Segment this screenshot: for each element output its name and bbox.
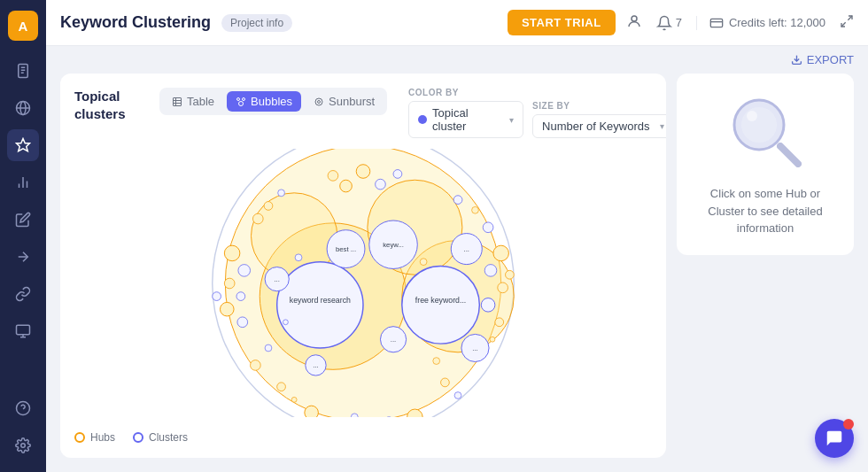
color-by-select[interactable]: Topical cluster ▾	[408, 101, 523, 138]
svg-point-102	[747, 111, 757, 121]
notification-bell[interactable]: 7	[656, 15, 682, 31]
sidebar-icon-edit[interactable]	[7, 204, 39, 236]
svg-text:keyw...: keyw...	[383, 241, 404, 249]
svg-point-63	[238, 264, 251, 276]
svg-point-83	[472, 206, 479, 213]
svg-point-69	[484, 264, 497, 276]
legend-hubs[interactable]: Hubs	[74, 431, 115, 444]
color-dot	[418, 115, 427, 124]
user-icon[interactable]	[626, 13, 642, 32]
svg-point-92	[506, 270, 515, 279]
content-area: EXPORT Topical clusters Table	[46, 46, 868, 472]
hubs-dot	[74, 432, 85, 443]
tab-table[interactable]: Table	[163, 91, 223, 112]
chat-badge	[843, 419, 854, 429]
panel-area: Topical clusters Table Bubbles	[46, 74, 868, 472]
svg-text:best ...: best ...	[336, 245, 356, 253]
sidebar-icon-wand[interactable]	[7, 241, 39, 273]
svg-point-71	[481, 298, 495, 312]
color-by-label: COLOR BY	[408, 88, 523, 97]
size-by-select[interactable]: Number of Keywords ▾	[532, 114, 666, 138]
main-area: Keyword Clustering Project info START TR…	[46, 0, 868, 472]
expand-icon[interactable]	[840, 14, 854, 32]
svg-line-21	[848, 16, 852, 20]
tab-bubbles[interactable]: Bubbles	[227, 91, 301, 112]
size-by-control: SIZE BY Number of Keywords ▾	[532, 101, 666, 138]
page-title: Keyword Clustering	[60, 13, 211, 32]
bubble-chart[interactable]: keyword research free keyword... keyw...…	[74, 149, 652, 417]
svg-point-85	[441, 378, 450, 387]
svg-point-18	[632, 16, 637, 21]
sidebar-icon-settings[interactable]	[7, 429, 39, 461]
clusters-dot	[133, 432, 143, 443]
svg-point-32	[315, 98, 322, 105]
svg-point-29	[243, 97, 245, 100]
svg-text:...: ...	[391, 336, 396, 344]
svg-text:...: ...	[464, 245, 469, 253]
svg-point-84	[483, 221, 493, 232]
bubble-svg: keyword research free keyword... keyw...…	[177, 149, 549, 417]
svg-point-65	[236, 291, 245, 300]
info-card: Click on some Hub or Cluster to see deta…	[677, 74, 854, 255]
chevron-down-icon: ▾	[509, 115, 514, 125]
legend-clusters[interactable]: Clusters	[133, 431, 188, 444]
svg-point-31	[318, 100, 321, 103]
svg-text:...: ...	[274, 275, 279, 283]
svg-point-81	[252, 213, 263, 224]
svg-point-62	[224, 245, 240, 261]
sidebar-icon-globe[interactable]	[7, 92, 39, 124]
sidebar-icon-link[interactable]	[7, 278, 39, 310]
svg-point-30	[239, 101, 244, 105]
svg-text:...: ...	[313, 361, 318, 369]
color-by-control: COLOR BY Topical cluster ▾	[408, 88, 523, 138]
svg-point-73	[305, 406, 319, 417]
info-message: Click on some Hub or Cluster to see deta…	[694, 185, 836, 237]
credits-info: Credits left: 12,000	[696, 16, 825, 30]
svg-point-87	[277, 382, 286, 391]
svg-point-80	[278, 189, 285, 196]
header-controls: Topical clusters Table Bubbles	[74, 88, 666, 138]
sidebar-icon-sparkle[interactable]	[7, 129, 39, 161]
svg-point-68	[493, 245, 509, 261]
project-info-badge[interactable]: Project info	[221, 14, 292, 32]
svg-point-70	[498, 282, 508, 293]
svg-point-58	[376, 179, 386, 190]
tab-sunburst[interactable]: Sunburst	[305, 91, 384, 112]
sidebar-icon-monitor[interactable]	[7, 315, 39, 347]
view-toggle: Table Bubbles Sunburst	[159, 88, 387, 115]
svg-point-90	[295, 253, 302, 260]
sidebar-icon-chart[interactable]	[7, 166, 39, 198]
legend: Hubs Clusters	[74, 428, 652, 444]
chat-button[interactable]	[815, 419, 854, 458]
svg-line-99	[780, 146, 798, 164]
sidebar: A	[0, 0, 46, 472]
svg-point-94	[351, 413, 358, 417]
sidebar-icon-help[interactable]	[7, 392, 39, 424]
svg-text:keyword research: keyword research	[290, 296, 351, 305]
svg-point-91	[420, 258, 427, 265]
svg-point-67	[237, 316, 248, 327]
svg-rect-19	[710, 19, 722, 27]
start-trial-button[interactable]: START TRIAL	[508, 10, 616, 35]
info-panel: Click on some Hub or Cluster to see deta…	[677, 74, 854, 458]
svg-point-57	[356, 164, 370, 178]
svg-point-61	[328, 170, 338, 181]
svg-marker-7	[17, 139, 30, 151]
size-chevron-icon: ▾	[660, 121, 664, 131]
svg-point-79	[264, 201, 273, 210]
svg-point-97	[283, 319, 289, 324]
notification-count: 7	[676, 16, 682, 29]
sidebar-icon-document[interactable]	[7, 55, 39, 87]
svg-point-64	[224, 278, 235, 289]
svg-point-86	[454, 391, 461, 398]
svg-point-28	[237, 97, 240, 100]
export-button[interactable]: EXPORT	[791, 53, 854, 66]
svg-point-96	[433, 357, 440, 364]
svg-point-17	[21, 444, 26, 448]
topbar-icons: 7 Credits left: 12,000	[626, 13, 854, 32]
app-logo: A	[8, 11, 38, 41]
clusters-header: Topical clusters Table Bubbles	[74, 88, 652, 138]
clusters-card: Topical clusters Table Bubbles	[60, 74, 666, 458]
svg-point-101	[741, 107, 777, 143]
clusters-title: Topical clusters	[74, 88, 145, 122]
